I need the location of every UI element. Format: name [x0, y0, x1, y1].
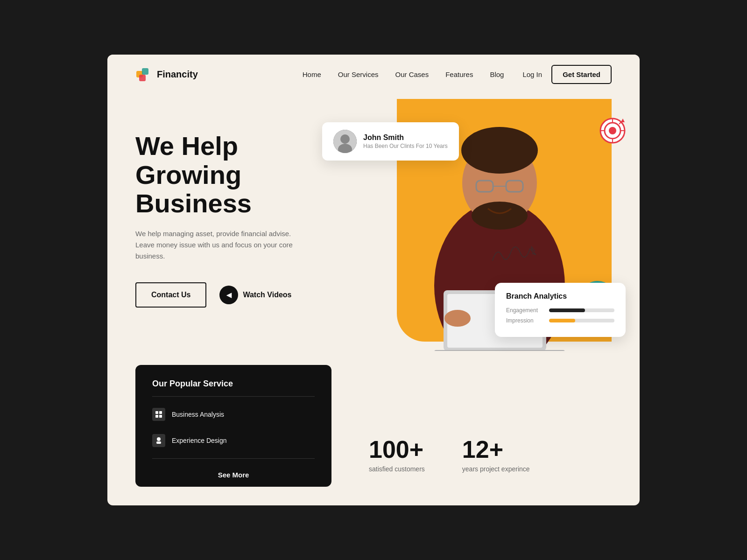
stat-years-number: 12+: [462, 435, 530, 463]
svg-rect-32: [156, 441, 161, 444]
service-divider-top: [152, 396, 315, 397]
hero-subtext: We help managing asset, provide financia…: [135, 228, 303, 262]
business-analysis-label: Business Analysis: [172, 411, 224, 418]
contact-us-button[interactable]: Contact Us: [135, 282, 206, 308]
play-icon: ◀: [219, 286, 238, 304]
svg-rect-30: [159, 415, 162, 418]
svg-rect-28: [159, 411, 162, 414]
business-analysis-icon: [152, 408, 165, 421]
nav-cases[interactable]: Our Cases: [395, 70, 429, 78]
main-window: Financity Home Our Services Our Cases Fe…: [107, 55, 640, 505]
service-item-business: Business Analysis: [152, 401, 315, 427]
svg-point-22: [444, 310, 471, 327]
see-more-button[interactable]: See More: [218, 471, 249, 479]
stats-area: 100+ satisfied customers 12+ years proje…: [359, 435, 530, 487]
service-divider-bottom: [152, 458, 315, 459]
watch-videos-button[interactable]: ◀ Watch Videos: [219, 286, 291, 304]
nav-services[interactable]: Our Services: [338, 70, 379, 78]
stat-customers-number: 100+: [369, 435, 425, 463]
analytics-engagement-row: Engagement: [506, 307, 614, 314]
navbar: Financity Home Our Services Our Cases Fe…: [107, 55, 640, 94]
engagement-label: Engagement: [506, 307, 543, 314]
engagement-bar-fill: [549, 308, 585, 312]
john-subtitle: Has Been Our Clints For 10 Years: [363, 143, 448, 149]
svg-point-25: [340, 134, 350, 144]
engagement-bar-bg: [549, 308, 614, 312]
svg-point-31: [157, 437, 161, 441]
john-info: John Smith Has Been Our Clints For 10 Ye…: [363, 133, 448, 149]
nav-features[interactable]: Features: [445, 70, 473, 78]
stat-years: 12+ years project experince: [462, 435, 530, 473]
john-name: John Smith: [363, 133, 448, 142]
svg-point-14: [461, 127, 538, 174]
experience-design-icon: [152, 434, 165, 447]
signature-decoration: [490, 237, 537, 272]
hero-section: We Help Growing Business We help managin…: [107, 94, 640, 365]
logo-area: Financity: [135, 66, 198, 83]
analytics-card: Branch Analytics Engagement Impression: [495, 283, 626, 337]
get-started-button[interactable]: Get Started: [551, 65, 612, 84]
target-icon: [599, 118, 626, 144]
logo-text: Financity: [157, 69, 198, 80]
impression-bar-fill: [549, 319, 575, 322]
svg-point-5: [609, 127, 616, 134]
service-item-experience: Experience Design: [152, 427, 315, 454]
stat-customers: 100+ satisfied customers: [369, 435, 425, 473]
experience-design-label: Experience Design: [172, 437, 227, 444]
analytics-impression-row: Impression: [506, 317, 614, 324]
hero-buttons: Contact Us ◀ Watch Videos: [135, 282, 359, 308]
logo-icon: [135, 66, 152, 83]
login-link[interactable]: Log In: [522, 70, 542, 78]
impression-label: Impression: [506, 317, 543, 324]
john-avatar: [333, 130, 357, 153]
stat-years-label: years project experince: [462, 465, 530, 473]
nav-links: Home Our Services Our Cases Features Blo…: [303, 70, 504, 78]
impression-bar-bg: [549, 319, 614, 322]
popular-service-box: Our Popular Service Business Analysis: [135, 365, 331, 487]
bottom-section: Our Popular Service Business Analysis: [107, 365, 640, 505]
svg-point-15: [472, 202, 528, 230]
nav-home[interactable]: Home: [303, 70, 321, 78]
svg-rect-27: [155, 411, 158, 414]
see-more-row: See More: [152, 463, 315, 487]
analytics-title: Branch Analytics: [506, 292, 614, 301]
svg-rect-29: [155, 415, 158, 418]
svg-rect-2: [139, 75, 146, 81]
svg-rect-21: [434, 350, 565, 351]
john-smith-card: John Smith Has Been Our Clints For 10 Ye…: [322, 122, 459, 161]
svg-marker-11: [621, 119, 625, 122]
stat-customers-label: satisfied customers: [369, 465, 425, 473]
svg-rect-1: [142, 68, 148, 75]
hero-right: John Smith Has Been Our Clints For 10 Ye…: [359, 104, 612, 365]
nav-blog[interactable]: Blog: [490, 70, 504, 78]
service-box-title: Our Popular Service: [152, 379, 315, 389]
